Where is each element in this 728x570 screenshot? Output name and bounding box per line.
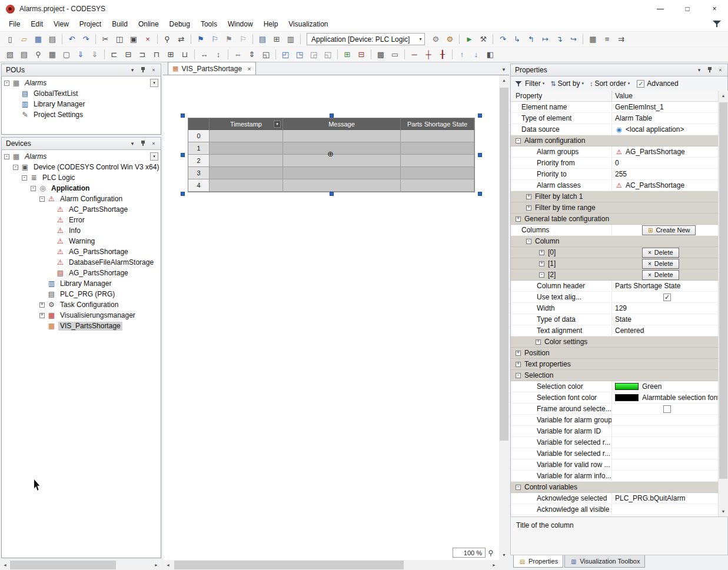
toolbar-button-move-up[interactable]: ↑ bbox=[456, 48, 468, 61]
property-row-2[interactable]: -[2]×Delete bbox=[511, 269, 718, 281]
devices-item-task-configuration[interactable]: +⚙Task Configuration bbox=[2, 299, 161, 310]
property-row-variable-for-alarm-group[interactable]: Variable for alarm group bbox=[511, 415, 718, 426]
devices-dropdown-icon[interactable]: ▾ bbox=[128, 139, 137, 148]
selection-handle-bottom-right[interactable] bbox=[478, 192, 482, 196]
collapse-expander-icon[interactable]: - bbox=[516, 485, 521, 490]
toolbar-button-online-config[interactable]: ⚒ bbox=[477, 33, 490, 46]
toolbar-button-distribute-vertically[interactable]: ↕ bbox=[212, 48, 225, 61]
selection-handle-middle-right[interactable] bbox=[478, 153, 482, 157]
collapse-expander-icon[interactable]: - bbox=[13, 165, 18, 170]
devices-item-ac-partsshortage[interactable]: ⚠AC_PartsShortage bbox=[2, 204, 161, 215]
toolbar-button-make-same-size[interactable]: ◱ bbox=[260, 48, 272, 61]
toolbar-button-send-to-back[interactable]: ◱ bbox=[321, 48, 334, 61]
scroll-right-icon[interactable]: ► bbox=[489, 560, 499, 570]
devices-item-device-codesys-control-win-v3-x64[interactable]: -▣Device (CODESYS Control Win V3 x64) bbox=[2, 162, 161, 172]
toolbar-button-insert-element[interactable]: ┼ bbox=[422, 48, 435, 61]
tree-root-dropdown-icon[interactable]: ▾ bbox=[150, 152, 158, 161]
expand-expander-icon[interactable]: + bbox=[39, 302, 45, 308]
devices-item-alarm-configuration[interactable]: -⚠Alarm Configuration bbox=[2, 194, 161, 204]
toolbar-button-activate-download-1[interactable]: ⇓ bbox=[74, 48, 87, 61]
toolbar-button-align-top[interactable]: ⊓ bbox=[150, 48, 163, 61]
devices-item-ag-partsshortage[interactable]: ⚠AG_PartsShortage bbox=[2, 246, 161, 257]
toolbar-button-ungroup[interactable]: ⊟ bbox=[355, 48, 368, 61]
scroll-track[interactable] bbox=[719, 101, 728, 506]
property-row-selection-color[interactable]: Selection colorGreen bbox=[511, 381, 718, 392]
property-row-variable-for-alarm-info[interactable]: Variable for alarm info... bbox=[511, 471, 718, 482]
toolbar-button-flow-control[interactable]: ⇉ bbox=[614, 33, 627, 46]
toolbar-button-set-next-statement[interactable]: ↴ bbox=[553, 33, 566, 46]
devices-item-databasefilealarmstorage[interactable]: ⚠DatabaseFileAlarmStorage bbox=[2, 257, 161, 268]
toolbar-button-project-information[interactable]: ▤ bbox=[256, 33, 269, 46]
tab-close-icon[interactable]: × bbox=[247, 65, 251, 72]
property-group-filter-by-time-range[interactable]: +Filter by time range bbox=[511, 202, 718, 214]
devices-item-application[interactable]: -◎Application bbox=[2, 183, 161, 194]
zoom-level[interactable]: 100 % bbox=[453, 548, 486, 558]
toolbar-button-next-bookmark[interactable]: ⚑ bbox=[222, 33, 235, 46]
move-anchor-icon[interactable]: ⊕ bbox=[327, 149, 334, 158]
zoom-icon[interactable]: ⚲ bbox=[486, 548, 496, 558]
collapse-expander-icon[interactable]: - bbox=[539, 272, 544, 278]
property-group-text-properties[interactable]: +Text properties bbox=[511, 359, 718, 370]
toolbar-button-align-horizontal-center[interactable]: ⊟ bbox=[122, 48, 135, 61]
tab-properties[interactable]: ▤Properties bbox=[513, 555, 563, 568]
toolbar-button-new-project[interactable]: ▯ bbox=[4, 33, 16, 46]
toolbar-button-group[interactable]: ⊞ bbox=[341, 48, 354, 61]
visualization-canvas[interactable]: Timestamp▼MessageParts Shortage State012… bbox=[163, 75, 499, 560]
toolbar-button-replace[interactable]: ⇄ bbox=[175, 33, 188, 46]
toolbar-button-previous-bookmark[interactable]: ⚐ bbox=[208, 33, 221, 46]
toolbar-button-redo[interactable]: ↷ bbox=[79, 33, 92, 46]
property-row-variable-for-selected-r[interactable]: Variable for selected r... bbox=[511, 437, 718, 448]
pous-dropdown-icon[interactable]: ▾ bbox=[128, 65, 137, 75]
devices-item-error[interactable]: ⚠Error bbox=[2, 215, 161, 225]
menu-project[interactable]: Project bbox=[74, 18, 107, 31]
devices-item-alarms[interactable]: -▦Alarms▾ bbox=[2, 151, 161, 162]
property-row-selection-font-color[interactable]: Selection font colorAlarmtable selection… bbox=[511, 392, 718, 404]
tree-root-dropdown-icon[interactable]: ▾ bbox=[150, 79, 158, 87]
toolbar-button-align-vertical-center[interactable]: ⊞ bbox=[164, 48, 177, 61]
property-group-filter-by-latch-1[interactable]: +Filter by latch 1 bbox=[511, 191, 718, 202]
properties-panel-header[interactable]: Properties ▾ × bbox=[510, 64, 728, 76]
devices-item-library-manager[interactable]: ▥Library Manager bbox=[2, 278, 161, 289]
toolbar-button-activate-download-2[interactable]: ⇓ bbox=[88, 48, 101, 61]
toolbar-button-step-into[interactable]: ↳ bbox=[510, 33, 523, 46]
property-row-element-name[interactable]: Element nameGenElemInst_1 bbox=[511, 102, 718, 113]
minimize-button[interactable]: — bbox=[647, 0, 674, 18]
property-row-text-alignment[interactable]: Text alignmentCentered bbox=[511, 325, 718, 336]
toolbar-button-bring-to-front[interactable]: ◰ bbox=[279, 48, 292, 61]
tab-list-dropdown-icon[interactable]: ▼ bbox=[501, 67, 506, 72]
collapse-expander-icon[interactable]: - bbox=[526, 239, 531, 244]
property-row-acknowledge-selected[interactable]: Acknowledge selectedPLC_PRG.bQuitAlarm bbox=[511, 493, 718, 504]
scroll-left-icon[interactable]: ◄ bbox=[0, 560, 10, 570]
property-row-variable-for-selected-r[interactable]: Variable for selected r... bbox=[511, 448, 718, 459]
property-row-columns[interactable]: Columns⊞Create New bbox=[511, 225, 718, 236]
color-swatch-green[interactable] bbox=[615, 383, 639, 390]
sort-order-label[interactable]: Sort order bbox=[594, 79, 626, 88]
expand-expander-icon[interactable]: + bbox=[39, 313, 45, 318]
toolbar-button-project-settings[interactable]: ⊞ bbox=[270, 33, 283, 46]
property-group-control-variables[interactable]: -Control variables bbox=[511, 482, 718, 493]
property-row-data-source[interactable]: Data source◉<local application> bbox=[511, 124, 718, 135]
property-row-variable-for-valid-row[interactable]: Variable for valid row ... bbox=[511, 459, 718, 471]
toolbar-button-export[interactable]: ▥ bbox=[284, 33, 297, 46]
properties-vertical-scrollbar[interactable]: ▲ ▼ bbox=[718, 91, 728, 516]
property-row-type-of-data[interactable]: Type of dataState bbox=[511, 314, 718, 325]
delete-button[interactable]: ×Delete bbox=[642, 248, 679, 258]
scroll-right-icon[interactable]: ► bbox=[151, 560, 161, 570]
property-group-color-settings[interactable]: +Color settings bbox=[511, 336, 718, 348]
toolbar-button-delete[interactable]: × bbox=[141, 33, 154, 46]
property-group-alarm-configuration[interactable]: -Alarm configuration bbox=[511, 135, 718, 146]
scroll-down-icon[interactable]: ▼ bbox=[719, 506, 728, 516]
scroll-left-icon[interactable]: ◄ bbox=[163, 560, 173, 570]
sort-order-dropdown-icon[interactable]: ▾ bbox=[628, 81, 630, 86]
selection-handle-top-left[interactable] bbox=[181, 114, 185, 118]
toolbar-button-distribute-horizontally[interactable]: ↔ bbox=[198, 48, 211, 61]
properties-dropdown-icon[interactable]: ▾ bbox=[694, 65, 704, 75]
toolbar-button-save-project[interactable]: ▦ bbox=[32, 33, 45, 46]
toolbar-button-move-down[interactable]: ↓ bbox=[470, 48, 483, 61]
property-row-alarm-groups[interactable]: Alarm groups⚠AG_PartsShortage bbox=[511, 146, 718, 158]
property-row-width[interactable]: Width129 bbox=[511, 303, 718, 314]
scroll-down-icon[interactable]: ▼ bbox=[499, 550, 509, 560]
menu-tools[interactable]: Tools bbox=[195, 18, 222, 31]
devices-item-info[interactable]: ⚠Info bbox=[2, 225, 161, 236]
menu-edit[interactable]: Edit bbox=[25, 18, 48, 31]
